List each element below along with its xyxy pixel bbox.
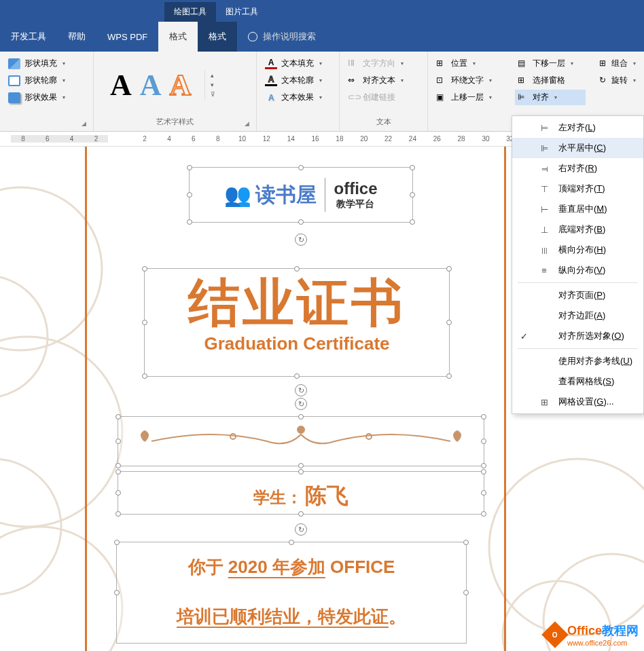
group-button[interactable]: ⊞ 组合 ▾ <box>596 56 639 71</box>
view-gridlines-item[interactable]: 查看网格线(S) <box>512 371 643 392</box>
selection-pane-button[interactable]: ⊞ 选择窗格 <box>515 73 586 88</box>
resize-handle[interactable] <box>114 540 120 545</box>
tab-drawing-tools[interactable]: 绘图工具 <box>164 2 216 22</box>
resize-handle[interactable] <box>446 320 452 325</box>
align-bottom-item[interactable]: ⊥ 底端对齐(B) <box>512 219 643 240</box>
align-middle-item[interactable]: ⊢ 垂直居中(M) <box>512 199 643 219</box>
rotate-handle[interactable]: ↻ <box>295 398 307 410</box>
resize-handle[interactable] <box>294 266 300 272</box>
resize-handle[interactable] <box>187 219 192 225</box>
resize-handle[interactable] <box>481 463 486 468</box>
resize-handle[interactable] <box>446 266 452 272</box>
shape-effect-button[interactable]: 形状效果 ▾ <box>5 90 88 105</box>
resize-handle[interactable] <box>410 192 415 198</box>
menu-wps-pdf[interactable]: WPS PDF <box>96 22 158 52</box>
resize-handle[interactable] <box>187 165 192 170</box>
align-top-item[interactable]: ⊤ 顶端对齐(T) <box>512 179 643 199</box>
wordart-style-1[interactable]: A <box>110 68 132 103</box>
bring-forward-button[interactable]: ▣ 上移一层 ▾ <box>433 90 504 105</box>
resize-handle[interactable] <box>481 414 486 420</box>
use-alignment-guides-item[interactable]: 使用对齐参考线(U) <box>512 351 643 371</box>
resize-handle[interactable] <box>298 463 304 468</box>
dialog-launcher-icon[interactable]: ◢ <box>82 120 86 127</box>
resize-handle[interactable] <box>114 590 120 595</box>
align-to-margin-item[interactable]: 对齐边距(A) <box>512 305 643 326</box>
resize-handle[interactable] <box>298 219 304 225</box>
watermark-logo-icon: O <box>541 621 569 648</box>
rotate-handle[interactable]: ↻ <box>295 384 307 396</box>
body-textbox[interactable]: 你于 2020 年参加 OFFICE 培训已顺利结业，特发此证。 <box>116 542 467 644</box>
align-left-item[interactable]: ⊨ 左对齐(L) <box>512 117 643 138</box>
resize-handle[interactable] <box>187 192 192 198</box>
resize-handle[interactable] <box>410 165 415 170</box>
resize-handle[interactable] <box>298 414 304 420</box>
rotate-handle[interactable]: ↻ <box>295 234 307 246</box>
resize-handle[interactable] <box>115 469 121 475</box>
resize-handle[interactable] <box>142 320 147 325</box>
resize-handle[interactable] <box>115 490 121 496</box>
align-to-selected-item[interactable]: ✓ 对齐所选对象(O) <box>512 326 643 346</box>
menu-dev-tools[interactable]: 开发工具 <box>0 22 57 52</box>
menu-format-drawing[interactable]: 格式 <box>158 22 198 52</box>
align-to-page-item[interactable]: 对齐页面(P) <box>512 285 643 305</box>
grid-settings-item[interactable]: ⊞ 网格设置(G)... <box>512 392 643 412</box>
resize-handle[interactable] <box>298 469 304 475</box>
resize-handle[interactable] <box>298 165 304 170</box>
send-backward-button[interactable]: ▤ 下移一层 ▾ <box>515 56 586 71</box>
menu-help[interactable]: 帮助 <box>57 22 96 52</box>
ruler-mark: 2 <box>132 135 157 143</box>
dropdown-arrow-icon: ▾ <box>319 60 322 67</box>
resize-handle[interactable] <box>115 463 121 468</box>
resize-handle[interactable] <box>115 414 121 420</box>
text-outline-button[interactable]: A 文本轮廓 ▾ <box>262 73 334 88</box>
gallery-down-icon[interactable]: ▾ <box>208 80 218 90</box>
resize-handle[interactable] <box>446 373 452 379</box>
rotate-handle[interactable]: ↻ <box>295 523 307 536</box>
logo-textbox[interactable]: 👥 读书屋 office 教学平台 <box>189 167 413 223</box>
title-textbox[interactable]: 结业证书 Graduation Certificate <box>144 268 450 377</box>
wordart-style-3[interactable]: A <box>170 68 192 103</box>
resize-handle[interactable] <box>115 439 121 444</box>
position-button[interactable]: ⊞ 位置 ▾ <box>433 56 504 71</box>
tab-picture-tools[interactable]: 图片工具 <box>216 2 268 22</box>
resize-handle[interactable] <box>481 490 486 496</box>
shape-outline-button[interactable]: 形状轮廓 ▾ <box>5 73 88 88</box>
resize-handle[interactable] <box>115 511 121 517</box>
shape-outline-label: 形状轮廓 <box>24 75 57 86</box>
resize-handle[interactable] <box>294 373 300 379</box>
resize-handle[interactable] <box>481 439 486 444</box>
gallery-more-icon[interactable]: ⊽ <box>208 90 218 99</box>
ribbon-group-wordart: A A A ▴ ▾ ⊽ 艺术字样式◢ <box>94 52 257 131</box>
student-textbox[interactable]: 学生： 陈飞 <box>118 471 484 515</box>
resize-handle[interactable] <box>142 266 147 272</box>
text-effect-button[interactable]: A 文本效果 ▾ <box>262 90 334 105</box>
resize-handle[interactable] <box>481 469 486 475</box>
resize-handle[interactable] <box>463 590 469 595</box>
align-text-button[interactable]: ⇔ 对齐文本 ▾ <box>345 73 422 88</box>
resize-handle[interactable] <box>481 511 486 517</box>
shape-fill-button[interactable]: 形状填充 ▾ <box>5 56 88 71</box>
gallery-up-icon[interactable]: ▴ <box>208 71 218 80</box>
tell-me-search[interactable]: 操作说明搜索 <box>237 22 327 52</box>
contextual-tabs: 绘图工具 图片工具 <box>0 0 644 22</box>
resize-handle[interactable] <box>142 373 147 379</box>
distribute-horizontal-item[interactable]: ⫼ 横向分布(H) <box>512 240 643 260</box>
wrap-text-button[interactable]: ⊡ 环绕文字 ▾ <box>433 73 504 88</box>
align-center-item[interactable]: ⊫ 水平居中(C) <box>512 138 643 158</box>
resize-handle[interactable] <box>410 219 415 225</box>
ornament-shape[interactable]: ↻ <box>118 416 484 466</box>
align-top-icon: ⊤ <box>538 183 550 194</box>
resize-handle[interactable] <box>298 511 304 517</box>
distribute-vertical-item[interactable]: ≡ 纵向分布(V) <box>512 260 643 280</box>
resize-handle[interactable] <box>289 540 294 545</box>
align-right-item[interactable]: ⫤ 右对齐(R) <box>512 158 643 179</box>
wordart-style-2[interactable]: A <box>140 68 162 103</box>
menu-format-picture[interactable]: 格式 <box>198 22 237 52</box>
resize-handle[interactable] <box>463 540 469 545</box>
align-button[interactable]: ⊫ 对齐 ▾ <box>515 90 586 105</box>
rotate-button[interactable]: ↻ 旋转 ▾ <box>596 73 639 88</box>
dialog-launcher-icon[interactable]: ◢ <box>245 120 249 127</box>
text-fill-button[interactable]: A 文本填充 ▾ <box>262 56 334 71</box>
wordart-gallery[interactable]: A A A ▴ ▾ ⊽ <box>99 54 251 115</box>
ruler-mark: 6 <box>181 135 206 143</box>
